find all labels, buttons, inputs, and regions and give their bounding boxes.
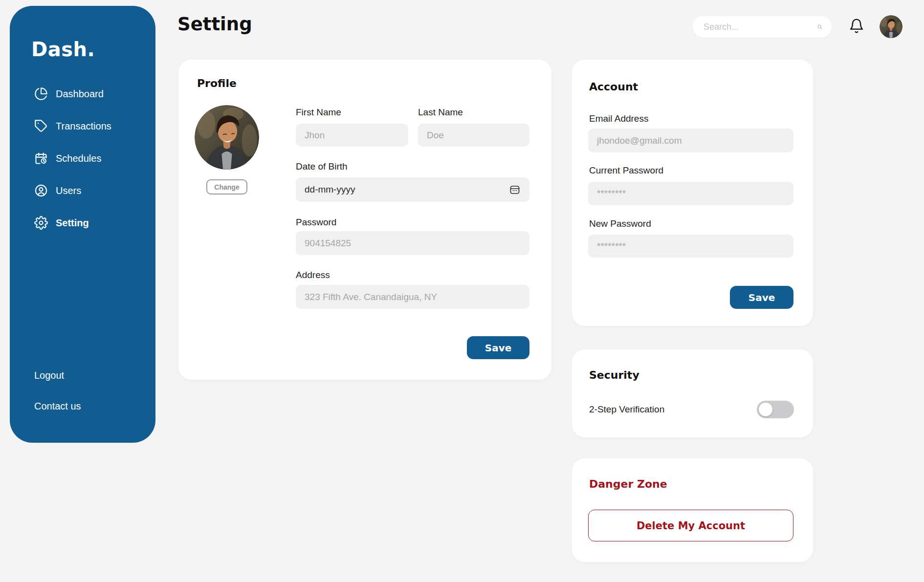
dob-input[interactable]	[305, 184, 509, 195]
current-password-field[interactable]	[588, 182, 793, 205]
profile-save-button[interactable]: Save	[467, 336, 529, 359]
account-card-title: Account	[589, 81, 638, 93]
search-input[interactable]	[704, 22, 817, 32]
calendar-icon[interactable]	[509, 184, 521, 195]
search-bar[interactable]	[693, 16, 832, 38]
gear-icon	[34, 216, 48, 230]
sidebar-item-transactions[interactable]: Transactions	[34, 119, 146, 133]
address-label: Address	[296, 270, 330, 280]
toggle-knob	[759, 403, 772, 416]
new-password-input[interactable]	[597, 241, 785, 252]
user-photo	[195, 105, 259, 170]
user-circle-icon	[34, 184, 48, 197]
bell-icon	[849, 18, 864, 34]
search-icon[interactable]	[817, 22, 823, 32]
current-password-label: Current Password	[589, 165, 663, 176]
sidebar-item-dashboard[interactable]: Dashboard	[34, 86, 146, 101]
two-step-toggle[interactable]	[757, 401, 794, 418]
page-title: Setting	[177, 14, 252, 35]
logout-link[interactable]: Logout	[34, 370, 64, 381]
sidebar: Dash. Dashboard Transactions Schedules U…	[10, 6, 155, 443]
security-card: Security 2-Step Verification	[572, 349, 813, 437]
address-input[interactable]	[305, 292, 521, 302]
sidebar-item-label: Setting	[56, 217, 89, 229]
header-avatar[interactable]	[880, 15, 902, 38]
sidebar-item-label: Dashboard	[56, 88, 104, 100]
two-step-verification-label: 2-Step Verification	[589, 404, 664, 415]
danger-zone-title: Danger Zone	[589, 478, 667, 490]
password-label: Password	[296, 217, 336, 228]
danger-zone-card: Danger Zone Delete My Account	[572, 458, 813, 562]
first-name-field[interactable]	[296, 124, 408, 147]
settings-page: Dash. Dashboard Transactions Schedules U…	[0, 0, 924, 582]
notifications-button[interactable]	[848, 18, 865, 35]
dob-field[interactable]	[296, 177, 529, 202]
password-field[interactable]	[296, 231, 529, 255]
user-photo	[880, 15, 902, 38]
profile-card: Profile	[178, 60, 551, 380]
pie-chart-icon	[34, 87, 48, 101]
first-name-label: First Name	[296, 107, 341, 118]
last-name-field[interactable]	[418, 124, 529, 147]
sidebar-item-label: Users	[56, 185, 81, 196]
account-card: Account Email Address Current Password N…	[572, 60, 813, 326]
delete-account-button[interactable]: Delete My Account	[588, 510, 793, 541]
dob-label: Date of Birth	[296, 161, 348, 172]
email-field[interactable]	[588, 129, 793, 152]
new-password-field[interactable]	[588, 235, 793, 258]
password-input[interactable]	[305, 238, 521, 249]
sidebar-nav: Dashboard Transactions Schedules Users S…	[34, 86, 146, 230]
sidebar-item-label: Transactions	[56, 121, 111, 132]
profile-photo	[195, 105, 259, 170]
last-name-input[interactable]	[427, 130, 521, 141]
account-save-button[interactable]: Save	[730, 286, 793, 309]
email-label: Email Address	[589, 113, 648, 124]
new-password-label: New Password	[589, 218, 651, 229]
address-field[interactable]	[296, 285, 529, 309]
sidebar-item-label: Schedules	[56, 153, 101, 164]
profile-card-title: Profile	[197, 77, 237, 89]
email-input[interactable]	[597, 135, 785, 146]
contact-us-link[interactable]: Contact us	[34, 401, 81, 412]
current-password-input[interactable]	[597, 188, 785, 199]
sidebar-item-schedules[interactable]: Schedules	[34, 151, 146, 166]
first-name-input[interactable]	[305, 130, 399, 141]
tag-icon	[34, 119, 48, 133]
calendar-clock-icon	[34, 151, 48, 165]
security-card-title: Security	[589, 369, 639, 381]
change-photo-button[interactable]: Change	[206, 179, 247, 194]
sidebar-item-setting[interactable]: Setting	[34, 216, 146, 230]
last-name-label: Last Name	[418, 107, 463, 118]
app-logo: Dash.	[31, 38, 95, 61]
sidebar-item-users[interactable]: Users	[34, 183, 146, 198]
